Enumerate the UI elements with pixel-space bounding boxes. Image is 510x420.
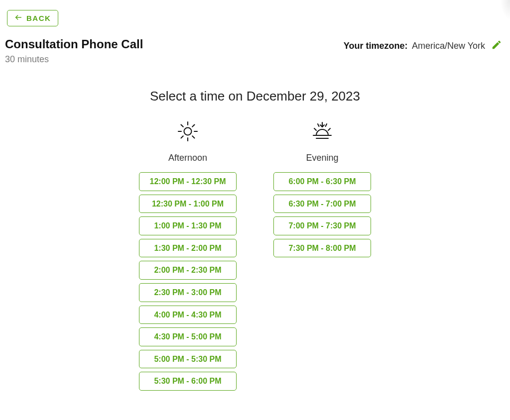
time-slot[interactable]: 4:00 PM - 4:30 PM	[139, 306, 237, 324]
title-block: Consultation Phone Call 30 minutes	[5, 37, 143, 65]
time-slot[interactable]: 2:30 PM - 3:00 PM	[139, 283, 237, 302]
svg-line-15	[318, 124, 319, 126]
evening-column: Evening 6:00 PM - 6:30 PM 6:30 PM - 7:00…	[270, 119, 375, 391]
timezone-label: Your timezone:	[344, 41, 408, 51]
time-slot[interactable]: 7:00 PM - 7:30 PM	[273, 216, 371, 235]
time-slot[interactable]: 5:00 PM - 5:30 PM	[139, 350, 237, 369]
afternoon-column: Afternoon 12:00 PM - 12:30 PM 12:30 PM -…	[135, 119, 240, 391]
time-columns: Afternoon 12:00 PM - 12:30 PM 12:30 PM -…	[5, 119, 505, 391]
back-button-label: BACK	[26, 14, 51, 22]
time-slot[interactable]: 12:30 PM - 1:00 PM	[139, 195, 237, 213]
time-slot[interactable]: 7:30 PM - 8:00 PM	[273, 239, 371, 258]
svg-line-9	[192, 125, 194, 127]
time-slot[interactable]: 6:00 PM - 6:30 PM	[273, 172, 371, 191]
evening-label: Evening	[306, 153, 338, 163]
svg-line-7	[192, 136, 194, 138]
afternoon-label: Afternoon	[168, 153, 207, 163]
timezone-value: America/New York	[412, 41, 485, 51]
afternoon-slots: 12:00 PM - 12:30 PM 12:30 PM - 1:00 PM 1…	[135, 172, 240, 391]
time-slot[interactable]: 1:30 PM - 2:00 PM	[139, 239, 237, 258]
svg-point-1	[184, 128, 192, 135]
back-button[interactable]: BACK	[7, 10, 58, 26]
time-slot[interactable]: 12:00 PM - 12:30 PM	[139, 172, 237, 191]
time-slot[interactable]: 5:30 PM - 6:00 PM	[139, 372, 237, 391]
time-slot[interactable]: 1:00 PM - 1:30 PM	[139, 216, 237, 235]
select-time-prompt: Select a time on December 29, 2023	[5, 89, 505, 104]
evening-slots: 6:00 PM - 6:30 PM 6:30 PM - 7:00 PM 7:00…	[270, 172, 375, 257]
arrow-left-icon	[14, 13, 22, 23]
svg-line-13	[314, 128, 316, 130]
sunset-icon	[310, 119, 334, 144]
svg-line-6	[181, 125, 183, 127]
time-slot[interactable]: 4:30 PM - 5:00 PM	[139, 327, 237, 346]
pencil-icon[interactable]	[491, 39, 502, 52]
svg-line-8	[181, 136, 183, 138]
timezone-block: Your timezone: America/New York	[344, 39, 502, 52]
time-slot[interactable]: 6:30 PM - 7:00 PM	[273, 195, 371, 213]
time-slot[interactable]: 2:00 PM - 2:30 PM	[139, 261, 237, 280]
duration-text: 30 minutes	[5, 54, 143, 65]
page-title: Consultation Phone Call	[5, 37, 143, 51]
svg-line-14	[328, 128, 330, 130]
decorative-shadow	[500, 0, 510, 20]
sun-icon	[176, 119, 200, 144]
svg-line-16	[326, 124, 327, 126]
